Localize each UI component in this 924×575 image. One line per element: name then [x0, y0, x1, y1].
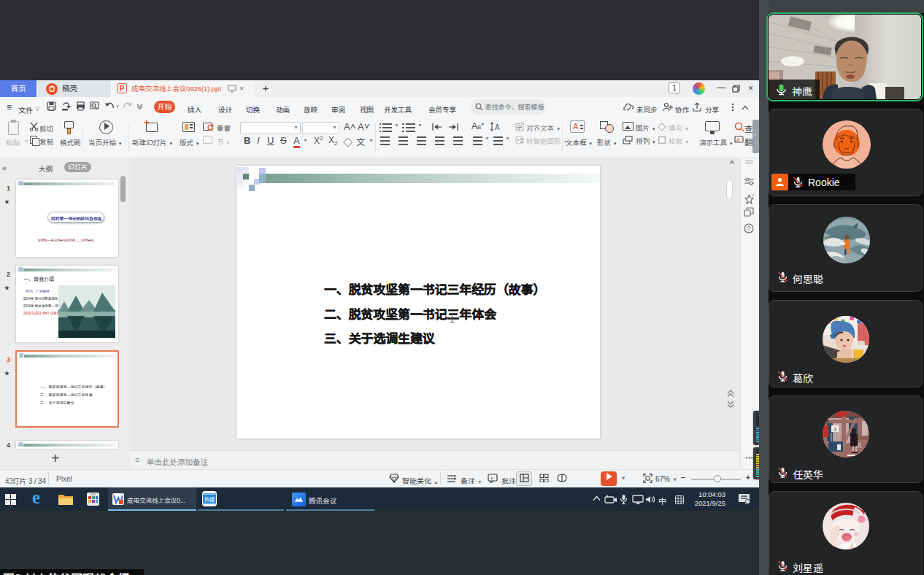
svg-text:+: + [490, 476, 493, 481]
svg-text:A: A [495, 123, 500, 131]
svg-text:热搜: 热搜 [204, 496, 215, 503]
svg-text:3: 3 [833, 426, 837, 433]
svg-text:?: ? [747, 225, 751, 232]
svg-text:A: A [736, 137, 740, 142]
svg-text:©: © [861, 454, 864, 458]
